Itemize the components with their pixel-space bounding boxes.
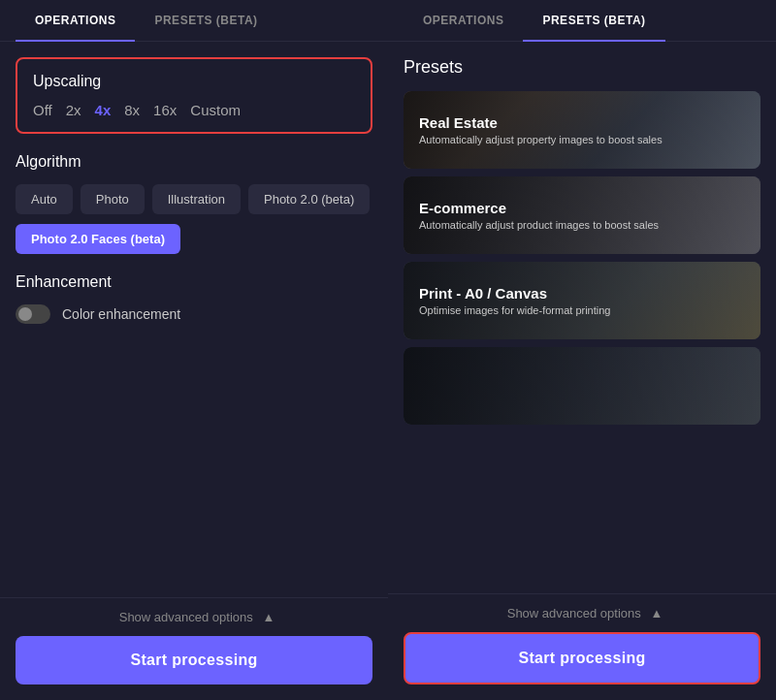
algorithm-buttons: Auto Photo Illustration Photo 2.0 (beta) xyxy=(16,184,372,214)
preset-card-desc: Optimise images for wide-format printing xyxy=(419,304,610,316)
preset-card-name: Real Estate xyxy=(419,114,663,131)
algo-illustration[interactable]: Illustration xyxy=(152,184,241,214)
preset-card-desc: Automatically adjust product images to b… xyxy=(419,219,659,231)
right-tabs: OPERATIONS PRESETS (BETA) xyxy=(388,0,776,42)
preset-card-desc: Automatically adjust property images to … xyxy=(419,134,663,145)
preset-card-text: E-commerce Automatically adjust product … xyxy=(419,200,659,231)
upscaling-title: Upscaling xyxy=(33,73,355,90)
upscale-4x[interactable]: 4x xyxy=(95,102,112,118)
right-start-processing-button[interactable]: Start processing xyxy=(404,632,760,684)
right-tab-operations[interactable]: OPERATIONS xyxy=(404,0,523,41)
preset-card-print[interactable]: Print - A0 / Canvas Optimise images for … xyxy=(404,262,760,339)
presets-title: Presets xyxy=(404,57,760,78)
preset-card-name: E-commerce xyxy=(419,200,659,216)
left-panel-footer: Show advanced options ▲ Start processing xyxy=(0,597,388,700)
enhancement-title: Enhancement xyxy=(16,273,372,291)
right-tab-presets[interactable]: PRESETS (BETA) xyxy=(523,0,664,41)
color-enhancement-label: Color enhancement xyxy=(62,306,180,322)
preset-card-text: Print - A0 / Canvas Optimise images for … xyxy=(419,285,610,316)
upscale-custom[interactable]: Custom xyxy=(190,102,241,118)
algorithm-title: Algorithm xyxy=(16,153,372,171)
algorithm-section: Algorithm Auto Photo Illustration Photo … xyxy=(16,153,372,254)
upscale-2x[interactable]: 2x xyxy=(66,102,81,118)
algo-photo20-faces[interactable]: Photo 2.0 Faces (beta) xyxy=(16,224,180,254)
enhancement-section: Enhancement Color enhancement xyxy=(16,273,372,324)
preset-card-ecommerce[interactable]: E-commerce Automatically adjust product … xyxy=(404,176,760,254)
chevron-up-icon: ▲ xyxy=(262,610,275,624)
upscale-options: Off 2x 4x 8x 16x Custom xyxy=(33,102,355,118)
left-start-processing-button[interactable]: Start processing xyxy=(16,636,372,684)
preset-card-other[interactable] xyxy=(404,347,760,425)
upscale-off[interactable]: Off xyxy=(33,102,52,118)
left-panel-content: Upscaling Off 2x 4x 8x 16x Custom Algori… xyxy=(0,42,388,597)
algo-photo20[interactable]: Photo 2.0 (beta) xyxy=(248,184,370,214)
preset-card-name: Print - A0 / Canvas xyxy=(419,285,610,302)
right-panel-content: Presets Real Estate Automatically adjust… xyxy=(388,42,776,593)
color-enhancement-row: Color enhancement xyxy=(16,304,372,324)
algo-photo[interactable]: Photo xyxy=(81,184,145,214)
right-panel-footer: Show advanced options ▲ Start processing xyxy=(388,593,776,700)
algo-auto[interactable]: Auto xyxy=(16,184,73,214)
upscale-16x[interactable]: 16x xyxy=(153,102,177,118)
upscaling-section: Upscaling Off 2x 4x 8x 16x Custom xyxy=(16,57,372,134)
preset-cards-list: Real Estate Automatically adjust propert… xyxy=(404,91,760,425)
chevron-up-icon: ▲ xyxy=(650,606,663,620)
upscale-8x[interactable]: 8x xyxy=(124,102,140,118)
right-panel: OPERATIONS PRESETS (BETA) Presets Real E… xyxy=(388,0,776,700)
left-show-advanced[interactable]: Show advanced options ▲ xyxy=(16,610,372,624)
preset-card-real-estate[interactable]: Real Estate Automatically adjust propert… xyxy=(404,91,760,169)
color-enhancement-toggle[interactable] xyxy=(16,304,50,324)
left-tab-operations[interactable]: OPERATIONS xyxy=(16,0,135,41)
left-tab-presets[interactable]: PRESETS (BETA) xyxy=(135,0,276,41)
right-show-advanced[interactable]: Show advanced options ▲ xyxy=(404,606,760,620)
left-panel: OPERATIONS PRESETS (BETA) Upscaling Off … xyxy=(0,0,388,700)
preset-card-text: Real Estate Automatically adjust propert… xyxy=(419,114,663,145)
preset-card-overlay xyxy=(404,347,760,425)
left-tabs: OPERATIONS PRESETS (BETA) xyxy=(0,0,388,42)
